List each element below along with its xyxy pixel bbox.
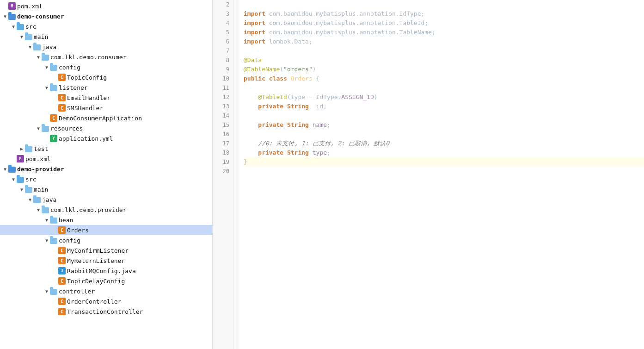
tree-arrow-config-provider[interactable]: ▼: [43, 238, 50, 243]
tree-label-controller-provider: controller: [59, 288, 95, 295]
code-line-5: import com.baomidou.mybatisplus.annotati…: [244, 28, 644, 37]
tree-label-test-consumer: test: [34, 145, 48, 152]
class-icon: C: [58, 277, 67, 285]
gutter-fold: [233, 0, 239, 349]
line-number-10: 10: [216, 74, 229, 83]
tree-item-controller-provider[interactable]: ▼controller: [0, 286, 212, 296]
tree-item-demo-provider[interactable]: ▼demo-provider: [0, 164, 212, 174]
tree-item-test-consumer[interactable]: ▶test: [0, 143, 212, 154]
tree-label-config-provider: config: [59, 237, 80, 244]
tree-item-java-consumer[interactable]: ▼java: [0, 42, 212, 52]
tree-label-pom-consumer2: pom.xml: [25, 156, 51, 162]
code-line-6: import lombok.Data;: [244, 37, 644, 46]
line-number-13: 13: [216, 102, 229, 111]
tree-item-config-provider[interactable]: ▼config: [0, 235, 212, 245]
class-icon: C: [50, 114, 59, 122]
tree-item-src-consumer[interactable]: ▼src: [0, 21, 212, 31]
tree-arrow-src-provider[interactable]: ▼: [10, 177, 17, 182]
tree-item-Orders[interactable]: COrders: [0, 225, 212, 235]
code-line-9: @TableName("orders"): [244, 65, 644, 74]
tree-arrow-listener-consumer[interactable]: ▼: [43, 85, 50, 90]
tree-item-TopicConfig[interactable]: CTopicConfig: [0, 72, 212, 82]
tree-item-SMSHandler[interactable]: CSMSHandler: [0, 103, 212, 113]
tree-label-OrderController: OrderController: [67, 298, 121, 305]
code-line-13: private String id;: [244, 102, 644, 111]
tree-arrow-test-consumer[interactable]: ▶: [18, 146, 25, 151]
tree-arrow-controller-provider[interactable]: ▼: [43, 289, 50, 294]
tree-item-TransactionController[interactable]: CTransactionController: [0, 306, 212, 317]
tree-item-java-provider[interactable]: ▼java: [0, 194, 212, 205]
tree-item-pom-consumer2[interactable]: Mpom.xml: [0, 154, 212, 164]
tree-label-pom-consumer: pom.xml: [17, 3, 43, 10]
tree-item-bean-provider[interactable]: ▼bean: [0, 215, 212, 225]
tree-arrow-bean-provider[interactable]: ▼: [43, 218, 50, 223]
tree-item-pom-consumer[interactable]: Mpom.xml: [0, 1, 212, 11]
tree-label-listener-consumer: listener: [59, 84, 88, 91]
tree-arrow-demo-provider[interactable]: ▼: [2, 167, 8, 172]
tree-item-config-consumer[interactable]: ▼config: [0, 62, 212, 72]
code-line-10: public class Orders {: [244, 74, 644, 83]
tree-item-demo-consumer[interactable]: ▼demo-consumer: [0, 11, 212, 21]
code-line-16: [244, 130, 644, 139]
code-line-18: private String type;: [244, 148, 644, 157]
code-line-20: [244, 167, 644, 176]
line-number-3: 3: [216, 9, 229, 19]
tree-arrow-main-provider[interactable]: ▼: [18, 187, 25, 192]
tree-item-DemoConsumerApplication[interactable]: CDemoConsumerApplication: [0, 113, 212, 123]
tree-arrow-java-provider[interactable]: ▼: [27, 197, 33, 202]
tree-label-resources-consumer: resources: [50, 125, 83, 132]
code-line-8: @Data: [244, 56, 644, 65]
tree-item-src-provider[interactable]: ▼src: [0, 174, 212, 184]
folder-icon: [42, 125, 50, 132]
line-number-9: 9: [216, 65, 229, 74]
tree-label-TopicDelayConfig: TopicDelayConfig: [67, 278, 125, 285]
tree-item-TopicDelayConfig[interactable]: CTopicDelayConfig: [0, 276, 212, 286]
tree-label-TopicConfig: TopicConfig: [67, 74, 107, 81]
tree-label-main-provider: main: [34, 186, 48, 193]
tree-arrow-com-provider[interactable]: ▼: [35, 207, 42, 212]
tree-item-EmailHandler[interactable]: CEmailHandler: [0, 93, 212, 103]
tree-arrow-main-consumer[interactable]: ▼: [18, 34, 25, 39]
tree-item-RabbitMQConfig[interactable]: JRabbitMQConfig.java: [0, 266, 212, 276]
folder-icon: [50, 237, 59, 244]
tree-item-MyConfirmListener[interactable]: CMyConfirmListener: [0, 245, 212, 256]
tree-label-java-provider: java: [42, 196, 56, 203]
tree-item-com-consumer[interactable]: ▼com.lkl.demo.consumer: [0, 52, 212, 62]
tree-arrow-java-consumer[interactable]: ▼: [27, 44, 33, 50]
class-icon: C: [58, 226, 67, 234]
line-number-17: 17: [216, 139, 229, 148]
tree-label-TransactionController: TransactionController: [67, 308, 143, 315]
folder-icon: [25, 145, 34, 152]
tree-label-src-provider: src: [25, 176, 36, 183]
tree-label-demo-provider: demo-provider: [17, 166, 64, 173]
tree-item-main-provider[interactable]: ▼main: [0, 184, 212, 194]
code-editor: 234567891011121314151617181920 import co…: [213, 0, 644, 349]
line-number-6: 6: [216, 37, 229, 46]
tree-arrow-com-consumer[interactable]: ▼: [35, 55, 42, 60]
tree-label-main-consumer: main: [34, 33, 48, 40]
line-number-15: 15: [216, 120, 229, 130]
line-number-12: 12: [216, 93, 229, 102]
tree-item-com-provider[interactable]: ▼com.lkl.demo.provider: [0, 205, 212, 215]
tree-arrow-resources-consumer[interactable]: ▼: [35, 126, 42, 131]
tree-arrow-config-consumer[interactable]: ▼: [43, 65, 50, 70]
line-number-18: 18: [216, 148, 229, 157]
line-number-7: 7: [216, 46, 229, 56]
tree-item-listener-consumer[interactable]: ▼listener: [0, 82, 212, 93]
tree-label-MyReturnListener: MyReturnListener: [67, 257, 125, 264]
file-tree: Mpom.xml▼demo-consumer▼src▼main▼java▼com…: [0, 0, 213, 349]
tree-arrow-demo-consumer[interactable]: ▼: [2, 14, 8, 19]
tree-item-resources-consumer[interactable]: ▼resources: [0, 123, 212, 133]
tree-item-MyReturnListener[interactable]: CMyReturnListener: [0, 256, 212, 266]
folder-icon: [42, 54, 50, 61]
tree-label-SMSHandler: SMSHandler: [67, 105, 103, 112]
code-line-11: [244, 83, 644, 93]
line-number-5: 5: [216, 28, 229, 37]
tree-arrow-src-consumer[interactable]: ▼: [10, 24, 17, 29]
folder-icon: [42, 206, 50, 213]
tree-item-application-yml[interactable]: Yapplication.yml: [0, 133, 212, 143]
code-line-19: }: [244, 157, 644, 167]
tree-item-OrderController[interactable]: COrderController: [0, 296, 212, 306]
tree-item-main-consumer[interactable]: ▼main: [0, 31, 212, 42]
line-number-11: 11: [216, 83, 229, 93]
